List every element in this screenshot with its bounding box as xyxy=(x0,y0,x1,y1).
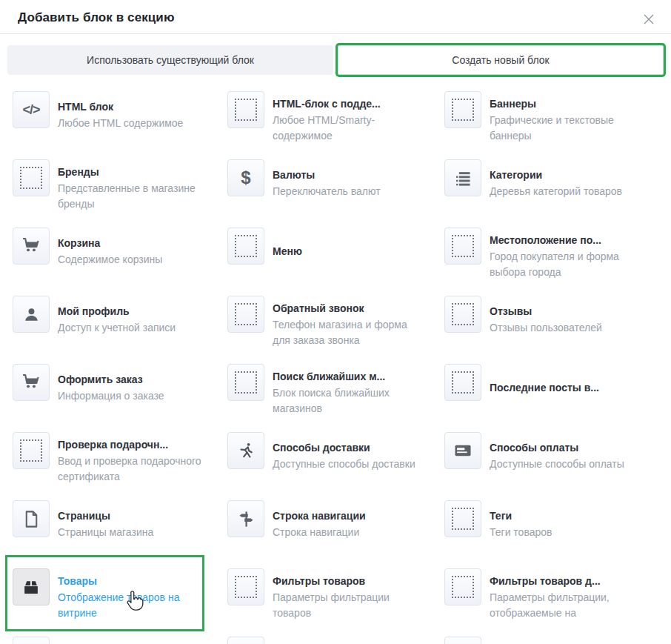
block-description: Содержимое корзины xyxy=(58,252,207,268)
block-title: Последние посты в... xyxy=(490,381,639,395)
block-texts: Мой профильДоступ к учетной записи xyxy=(58,302,207,339)
block-description: Отображение товаров на витрине xyxy=(58,590,207,621)
block-item-brands[interactable]: БрендыПредставленные в магазине бренды xyxy=(7,159,222,228)
block-texts: Способы оплатыДоступные способы оплаты xyxy=(490,438,639,475)
block-description: Параметры фильтрации, отображаемые на xyxy=(490,590,639,621)
block-item-shipping-methods[interactable]: Способы доставкиДоступные способы достав… xyxy=(222,432,439,500)
block-description: Графические и текстовые баннеры xyxy=(490,113,639,144)
dashed-square-icon xyxy=(227,91,264,128)
block-title: Оформить заказ xyxy=(58,373,207,387)
block-title: HTML блок xyxy=(58,100,207,114)
block-item-banners[interactable]: БаннерыГрафические и текстовые баннеры xyxy=(439,91,664,159)
block-item-callback[interactable]: Обратный звонокТелефон магазина и форма … xyxy=(222,296,439,364)
dashed-square-icon xyxy=(13,432,50,469)
block-title: Отзывы xyxy=(490,305,639,319)
block-description: Доступные способы доставки xyxy=(273,457,422,472)
categories-icon xyxy=(444,159,481,196)
block-item-product-filters[interactable]: Фильтры товаровПараметры фильтрации това… xyxy=(222,568,439,637)
add-block-dialog: Добавить блок в секцию Использовать суще… xyxy=(0,0,671,644)
block-description: Ввод и проверка подарочного сертификата xyxy=(58,454,207,485)
block-title: Страницы xyxy=(58,509,207,523)
dialog-header: Добавить блок в секцию xyxy=(0,0,671,33)
block-texts: БаннерыГрафические и текстовые баннеры xyxy=(490,97,639,144)
dashed-square-icon xyxy=(444,364,481,401)
block-title: Валюты xyxy=(273,168,422,182)
block-texts: Меню xyxy=(273,233,422,270)
block-texts: Строка навигацииСтрока навигации xyxy=(273,506,422,543)
dollar-icon: $ xyxy=(227,159,264,196)
block-item-categories[interactable]: КатегорииДеревья категорий товаров xyxy=(439,159,664,228)
dashed-square-icon xyxy=(227,296,264,333)
block-texts: СтраницыСтраницы магазина xyxy=(58,506,207,543)
block-item-my-profile[interactable]: Мой профильДоступ к учетной записи xyxy=(7,296,222,364)
block-texts: КорзинаСодержимое корзины xyxy=(58,233,207,270)
block-item-products[interactable]: ТоварыОтображение товаров на витрине xyxy=(7,568,222,637)
block-item-recent-posts[interactable]: Последние посты в... xyxy=(439,364,664,432)
block-description: Телефон магазина и форма для заказа звон… xyxy=(273,317,422,348)
block-item-gift-certificate[interactable]: Проверка подарочн...Ввод и проверка пода… xyxy=(7,432,222,500)
block-item-yandex-search[interactable]: Яндекс поиск xyxy=(439,637,664,644)
block-title: Баннеры xyxy=(490,97,639,111)
products-box-icon xyxy=(13,568,50,605)
block-texts: Обратный звонокТелефон магазина и форма … xyxy=(273,302,422,348)
block-texts: Способы доставкиДоступные способы достав… xyxy=(273,438,422,475)
dashed-square-icon xyxy=(444,91,481,128)
block-item-breadcrumbs[interactable]: Строка навигацииСтрока навигации xyxy=(222,500,439,568)
dashed-square-icon xyxy=(444,228,481,265)
block-texts: Оформить заказИнформация о заказе xyxy=(58,370,207,407)
block-description: Теги товаров xyxy=(490,525,639,540)
block-texts: Проверка подарочн...Ввод и проверка пода… xyxy=(58,438,207,485)
block-texts: HTML-блок с подде...Любое HTML/Smarty-со… xyxy=(273,97,422,144)
dashed-square-icon xyxy=(227,364,264,401)
block-texts: ВалютыПереключатель валют xyxy=(273,165,422,202)
block-title: Товары xyxy=(58,574,207,588)
block-item-html-smarty-block[interactable]: HTML-блок с подде...Любое HTML/Smarty-со… xyxy=(222,91,439,159)
block-description: Параметры фильтрации товаров xyxy=(273,590,422,621)
block-title: Местоположение по... xyxy=(490,233,639,248)
block-title: Фильтры товаров xyxy=(273,574,422,588)
block-item-payment-methods[interactable]: Способы оплатыДоступные способы оплаты xyxy=(439,432,664,500)
block-item-pages[interactable]: СтраницыСтраницы магазина xyxy=(7,500,222,568)
block-title: Категории xyxy=(490,168,639,182)
block-title: Обратный звонок xyxy=(273,302,422,316)
block-item-currencies[interactable]: $ВалютыПереключатель валют xyxy=(222,159,439,228)
block-item-customer-location[interactable]: Местоположение по...Город покупателя и ф… xyxy=(439,228,664,296)
block-texts: Поиск ближайших м...Блок поиска ближайши… xyxy=(273,370,422,416)
block-title: Теги xyxy=(490,509,639,523)
cart-icon xyxy=(13,228,50,265)
cart-icon xyxy=(13,364,50,401)
block-item-tags[interactable]: ТегиТеги товаров xyxy=(439,500,664,568)
blocks-grid: </>HTML блокЛюбое HTML содержимоеHTML-бл… xyxy=(0,91,671,644)
tabs-bar: Использовать существующий блок Создать н… xyxy=(7,45,664,75)
block-item-cart[interactable]: КорзинаСодержимое корзины xyxy=(7,228,222,296)
dashed-square-icon xyxy=(444,296,481,333)
block-item-template[interactable]: Шаблон xyxy=(7,637,222,644)
block-description: Страницы магазина xyxy=(58,525,207,540)
block-item-unknown-partial[interactable] xyxy=(222,637,439,644)
block-title: Мой профиль xyxy=(58,305,207,319)
block-texts: HTML блокЛюбое HTML содержимое xyxy=(58,97,207,134)
block-item-reviews[interactable]: ОтзывыОтзывы пользователей xyxy=(439,296,664,364)
dialog-title: Добавить блок в секцию xyxy=(18,9,175,25)
block-title: Строка навигации xyxy=(273,509,422,523)
tab-use-existing-block[interactable]: Использовать существующий блок xyxy=(7,45,333,75)
header-divider xyxy=(0,33,671,34)
runner-icon xyxy=(227,432,264,469)
block-item-html-block[interactable]: </>HTML блокЛюбое HTML содержимое xyxy=(7,91,222,159)
dashed-square-icon xyxy=(444,500,481,537)
block-description: Представленные в магазине бренды xyxy=(58,181,207,212)
tab-create-new-block[interactable]: Создать новый блок xyxy=(338,45,664,75)
block-title: Меню xyxy=(273,245,422,259)
block-item-menu[interactable]: Меню xyxy=(222,228,439,296)
block-description: Блок поиска ближайших магазинов xyxy=(273,385,422,416)
block-texts: БрендыПредставленные в магазине бренды xyxy=(58,165,207,212)
block-item-store-locator[interactable]: Поиск ближайших м...Блок поиска ближайши… xyxy=(222,364,439,432)
block-item-product-filters-home[interactable]: Фильтры товаров д...Параметры фильтрации… xyxy=(439,568,664,637)
dashed-square-icon xyxy=(227,637,264,644)
block-description: Строка навигации xyxy=(273,525,422,540)
close-icon[interactable] xyxy=(638,9,659,30)
block-item-checkout[interactable]: Оформить заказИнформация о заказе xyxy=(7,364,222,432)
block-texts: Последние посты в... xyxy=(490,370,639,407)
dashed-square-icon xyxy=(444,637,481,644)
dashed-square-icon xyxy=(227,228,264,265)
